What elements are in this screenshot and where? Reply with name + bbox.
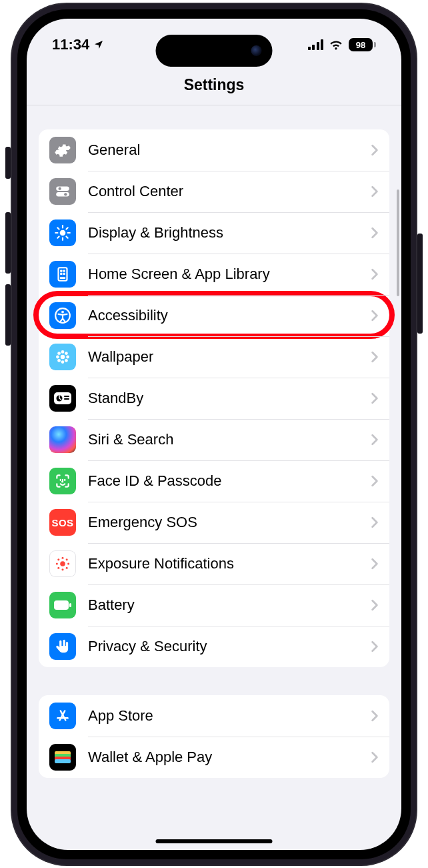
battery-icon — [49, 592, 76, 618]
svg-point-25 — [66, 356, 69, 359]
settings-row-face-id[interactable]: Face ID & Passcode — [39, 460, 389, 502]
svg-rect-33 — [64, 398, 69, 400]
svg-point-37 — [60, 561, 65, 566]
svg-point-20 — [61, 311, 64, 314]
chevron-right-icon — [371, 751, 379, 763]
settings-row-app-store[interactable]: App Store — [39, 695, 389, 737]
svg-line-12 — [66, 228, 67, 229]
svg-rect-47 — [69, 603, 71, 607]
gear-icon — [49, 137, 76, 163]
settings-row-label: Control Center — [88, 183, 371, 200]
chevron-right-icon — [371, 144, 379, 156]
svg-point-41 — [67, 562, 69, 564]
volume-up-button — [5, 212, 11, 274]
settings-row-label: App Store — [88, 707, 371, 725]
svg-line-10 — [66, 236, 67, 238]
settings-row-label: Wallpaper — [88, 348, 371, 366]
chevron-right-icon — [371, 516, 379, 528]
svg-point-29 — [65, 359, 68, 362]
control-center-icon — [49, 178, 76, 205]
svg-rect-16 — [60, 273, 62, 275]
battery-indicator: 98 — [349, 38, 376, 51]
settings-row-battery[interactable]: Battery — [39, 584, 389, 626]
chevron-right-icon — [371, 227, 379, 239]
svg-point-43 — [66, 558, 68, 560]
svg-point-24 — [56, 356, 59, 359]
exposure-icon — [49, 550, 76, 577]
svg-point-4 — [60, 230, 66, 236]
chevron-right-icon — [371, 710, 379, 722]
settings-row-general[interactable]: General — [39, 129, 389, 171]
svg-rect-18 — [60, 277, 66, 279]
chevron-right-icon — [371, 475, 379, 487]
wifi-icon — [329, 39, 343, 50]
scroll-indicator[interactable] — [397, 189, 399, 296]
settings-row-label: Privacy & Security — [88, 638, 371, 655]
chevron-right-icon — [371, 185, 379, 197]
svg-rect-0 — [56, 186, 69, 191]
settings-row-label: Wallet & Apple Pay — [88, 749, 371, 766]
svg-point-45 — [66, 567, 68, 569]
settings-row-siri-search[interactable]: Siri & Search — [39, 419, 389, 460]
svg-rect-14 — [60, 270, 62, 272]
settings-row-accessibility[interactable]: Accessibility — [39, 295, 389, 336]
chevron-right-icon — [371, 640, 379, 653]
chevron-right-icon — [371, 351, 379, 363]
silence-switch — [5, 147, 11, 179]
svg-point-44 — [57, 567, 59, 569]
accessibility-icon — [49, 302, 76, 329]
svg-point-28 — [57, 359, 61, 362]
svg-point-26 — [57, 352, 61, 355]
settings-row-standby[interactable]: StandBy — [39, 378, 389, 419]
page-title: Settings — [27, 76, 401, 105]
siri-icon — [49, 426, 76, 453]
svg-rect-32 — [64, 396, 69, 397]
app-store-icon — [49, 703, 76, 729]
settings-list[interactable]: GeneralControl CenterDisplay & Brightnes… — [27, 104, 401, 850]
chevron-right-icon — [371, 558, 379, 570]
settings-row-exposure[interactable]: Exposure Notifications — [39, 543, 389, 584]
settings-row-emergency-sos[interactable]: SOSEmergency SOS — [39, 502, 389, 543]
svg-rect-55 — [55, 759, 71, 763]
svg-point-21 — [61, 355, 65, 360]
svg-line-9 — [57, 228, 59, 229]
chevron-right-icon — [371, 434, 379, 446]
svg-point-22 — [61, 350, 65, 354]
settings-row-wallpaper[interactable]: Wallpaper — [39, 336, 389, 378]
battery-percent: 98 — [356, 40, 365, 50]
settings-row-privacy-security[interactable]: Privacy & Security — [39, 626, 389, 667]
phone-frame: 11:34 — [12, 4, 416, 865]
settings-row-control-center[interactable]: Control Center — [39, 171, 389, 212]
face-id-icon — [49, 468, 76, 494]
svg-line-11 — [57, 236, 59, 238]
svg-rect-46 — [54, 600, 69, 610]
hand-icon — [49, 633, 76, 660]
chevron-right-icon — [371, 392, 379, 404]
brightness-icon — [49, 220, 76, 246]
home-indicator[interactable] — [156, 839, 273, 843]
svg-point-1 — [59, 187, 61, 190]
settings-row-label: Display & Brightness — [88, 224, 371, 242]
settings-row-display-brightness[interactable]: Display & Brightness — [39, 212, 389, 254]
settings-row-label: StandBy — [88, 390, 371, 407]
settings-row-label: Siri & Search — [88, 431, 371, 448]
svg-point-34 — [55, 432, 70, 447]
settings-row-label: Emergency SOS — [88, 514, 371, 531]
settings-row-label: Home Screen & App Library — [88, 266, 371, 283]
chevron-right-icon — [371, 599, 379, 611]
svg-point-27 — [65, 352, 68, 355]
settings-row-wallet[interactable]: Wallet & Apple Pay — [39, 737, 389, 778]
settings-group: GeneralControl CenterDisplay & Brightnes… — [39, 129, 389, 667]
location-icon — [93, 39, 104, 50]
chevron-right-icon — [371, 310, 379, 322]
svg-rect-17 — [63, 273, 65, 275]
svg-point-42 — [57, 558, 59, 560]
dynamic-island — [156, 35, 273, 67]
cellular-signal-icon — [308, 39, 324, 50]
status-time: 11:34 — [52, 36, 89, 53]
settings-row-label: Exposure Notifications — [88, 555, 371, 572]
settings-row-home-screen[interactable]: Home Screen & App Library — [39, 254, 389, 295]
wallpaper-icon — [49, 344, 76, 370]
sos-icon: SOS — [49, 509, 76, 536]
screen: 11:34 — [27, 19, 401, 850]
